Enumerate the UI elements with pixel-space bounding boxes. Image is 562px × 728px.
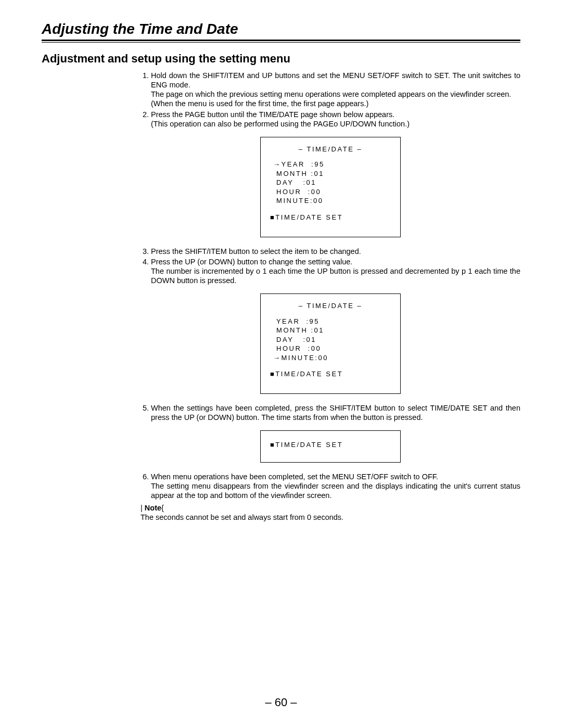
step-3-text: Press the SHIFT/ITEM button to select th… bbox=[151, 247, 361, 256]
step-6-text: When menu operations have been completed… bbox=[151, 472, 438, 481]
step-2-text: Press the PAGE button until the TIME/DAT… bbox=[151, 110, 394, 119]
chapter-title: Adjusting the Time and Date bbox=[42, 21, 520, 37]
step-5-text: When the settings have been completed, p… bbox=[151, 404, 520, 422]
screen2-hour: HOUR :00 bbox=[273, 344, 392, 353]
note-close: { bbox=[161, 504, 164, 512]
screen1-month: MONTH :01 bbox=[273, 169, 392, 178]
screen1-year: →YEAR :95 bbox=[273, 160, 392, 169]
viewfinder-screen-1: – TIME/DATE – →YEAR :95 MONTH :01 DAY :0… bbox=[260, 137, 401, 237]
screen2-title: – TIME/DATE – bbox=[269, 301, 392, 311]
rule-thick bbox=[42, 40, 520, 41]
steps-list-2: Press the SHIFT/ITEM button to select th… bbox=[140, 247, 520, 286]
step-6-sub1: The setting menu disappears from the vie… bbox=[151, 481, 520, 500]
screen2-month: MONTH :01 bbox=[273, 326, 392, 335]
screen2-set: ■TIME/DATE SET bbox=[270, 369, 392, 379]
screen2-year: YEAR :95 bbox=[273, 317, 392, 326]
steps-list-3: When the settings have been completed, p… bbox=[140, 403, 520, 422]
screen3-set: ■TIME/DATE SET bbox=[270, 440, 392, 450]
step-1-sub2: (When the menu is used for the first tim… bbox=[151, 99, 520, 108]
screen2-day: DAY :01 bbox=[273, 335, 392, 344]
rule-thin bbox=[42, 42, 520, 43]
steps-list: Hold down the SHIFT/ITEM and UP buttons … bbox=[140, 71, 520, 129]
step-4: Press the UP (or DOWN) button to change … bbox=[151, 257, 520, 285]
note-block: | Note{ The seconds cannot be set and al… bbox=[140, 503, 520, 522]
viewfinder-screen-3: ■TIME/DATE SET bbox=[260, 430, 401, 463]
steps-list-4: When menu operations have been completed… bbox=[140, 472, 520, 500]
step-1-sub1: The page on which the previous setting m… bbox=[151, 90, 520, 99]
step-2-sub1: (This operation can also be performed us… bbox=[151, 119, 520, 129]
screen1-minute: MINUTE:00 bbox=[273, 196, 392, 206]
step-6: When menu operations have been completed… bbox=[151, 472, 520, 500]
screen1-title: – TIME/DATE – bbox=[269, 145, 392, 154]
step-4-text: Press the UP (or DOWN) button to change … bbox=[151, 258, 352, 266]
note-label: Note bbox=[145, 504, 161, 512]
screen1-day: DAY :01 bbox=[273, 178, 392, 187]
step-5: When the settings have been completed, p… bbox=[151, 403, 520, 422]
step-4-sub1: The number is incremented by o 1 each ti… bbox=[151, 266, 520, 285]
viewfinder-screen-2: – TIME/DATE – YEAR :95 MONTH :01 DAY :01… bbox=[260, 293, 401, 394]
page: Adjusting the Time and Date Adjustment a… bbox=[0, 0, 562, 728]
step-2: Press the PAGE button until the TIME/DAT… bbox=[151, 110, 520, 129]
step-1-text: Hold down the SHIFT/ITEM and UP buttons … bbox=[151, 71, 520, 89]
page-number: – 60 – bbox=[0, 696, 562, 709]
section-title: Adjustment and setup using the setting m… bbox=[42, 52, 520, 66]
step-3: Press the SHIFT/ITEM button to select th… bbox=[151, 247, 520, 256]
screen2-minute: →MINUTE:00 bbox=[273, 353, 392, 363]
note-text: The seconds cannot be set and always sta… bbox=[140, 513, 343, 521]
content-block: Hold down the SHIFT/ITEM and UP buttons … bbox=[140, 71, 520, 522]
note-open: | bbox=[140, 504, 143, 512]
step-1: Hold down the SHIFT/ITEM and UP buttons … bbox=[151, 71, 520, 109]
screen1-hour: HOUR :00 bbox=[273, 187, 392, 197]
screen1-set: ■TIME/DATE SET bbox=[270, 213, 392, 222]
